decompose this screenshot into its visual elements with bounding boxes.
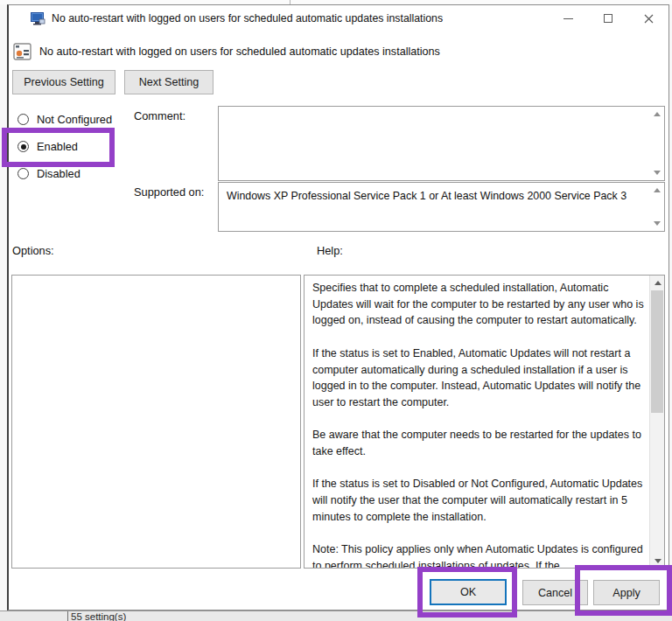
help-paragraph: Specifies that to complete a scheduled i… bbox=[312, 280, 645, 329]
scroll-down-icon[interactable] bbox=[654, 171, 661, 175]
setting-title: No auto-restart with logged on users for… bbox=[39, 45, 440, 58]
window-title: No auto-restart with logged on users for… bbox=[52, 12, 443, 24]
radio-circle-icon bbox=[18, 168, 29, 179]
help-paragraph: If the status is set to Enabled, Automat… bbox=[312, 345, 645, 411]
minimize-button[interactable] bbox=[548, 5, 588, 31]
policy-setting-dialog: No auto-restart with logged on users for… bbox=[7, 4, 669, 611]
options-label: Options: bbox=[12, 244, 54, 257]
previous-setting-button[interactable]: Previous Setting bbox=[12, 70, 116, 94]
radio-circle-icon bbox=[18, 114, 29, 125]
help-text: Specifies that to complete a scheduled i… bbox=[304, 276, 649, 568]
help-label: Help: bbox=[317, 244, 343, 257]
window-controls bbox=[548, 5, 668, 31]
scrollbar-down-button[interactable] bbox=[650, 554, 665, 568]
maximize-button[interactable] bbox=[588, 5, 628, 31]
radio-label: Enabled bbox=[37, 140, 78, 153]
ok-button[interactable]: OK bbox=[430, 579, 507, 605]
scroll-up-icon[interactable] bbox=[654, 112, 661, 116]
radio-disabled[interactable]: Disabled bbox=[18, 166, 80, 181]
supported-on-field[interactable]: Windows XP Professional Service Pack 1 o… bbox=[218, 182, 665, 232]
radio-circle-icon bbox=[18, 141, 29, 152]
minimize-icon bbox=[564, 18, 573, 19]
background-settings-count: 55 setting(s) bbox=[71, 611, 126, 621]
radio-enabled[interactable]: Enabled bbox=[18, 139, 78, 154]
setting-header: No auto-restart with logged on users for… bbox=[13, 43, 440, 60]
supported-on-label: Supported on: bbox=[134, 185, 204, 199]
apply-button[interactable]: Apply bbox=[593, 580, 660, 605]
policy-setting-icon bbox=[13, 43, 32, 60]
help-panel: Specifies that to complete a scheduled i… bbox=[304, 275, 665, 569]
help-paragraph: Be aware that the computer needs to be r… bbox=[312, 427, 645, 459]
comment-label: Comment: bbox=[134, 109, 186, 122]
close-icon bbox=[644, 14, 654, 24]
arrow-up-icon bbox=[654, 281, 662, 285]
arrow-down-icon bbox=[654, 559, 662, 563]
help-scrollbar[interactable] bbox=[649, 276, 664, 568]
close-button[interactable] bbox=[628, 5, 668, 31]
maximize-icon bbox=[604, 14, 612, 23]
help-paragraph: Note: This policy applies only when Auto… bbox=[312, 541, 645, 568]
scrollbar-up-button[interactable] bbox=[650, 276, 665, 290]
background-panel-border bbox=[67, 611, 68, 621]
gpedit-app-icon bbox=[31, 12, 46, 25]
next-setting-button[interactable]: Next Setting bbox=[124, 70, 214, 94]
radio-label: Not Configured bbox=[37, 113, 112, 126]
supported-on-value: Windows XP Professional Service Pack 1 o… bbox=[227, 190, 626, 202]
titlebar: No auto-restart with logged on users for… bbox=[9, 5, 668, 31]
comment-textarea[interactable] bbox=[218, 106, 665, 181]
scrollbar-thumb[interactable] bbox=[651, 290, 663, 413]
help-paragraph: If the status is set to Disabled or Not … bbox=[312, 476, 645, 525]
scroll-up-icon[interactable] bbox=[654, 188, 661, 192]
scroll-down-icon[interactable] bbox=[654, 221, 661, 226]
cancel-button[interactable]: Cancel bbox=[522, 580, 588, 605]
radio-label: Disabled bbox=[37, 167, 80, 180]
options-panel bbox=[11, 275, 301, 569]
radio-not-configured[interactable]: Not Configured bbox=[18, 112, 112, 127]
